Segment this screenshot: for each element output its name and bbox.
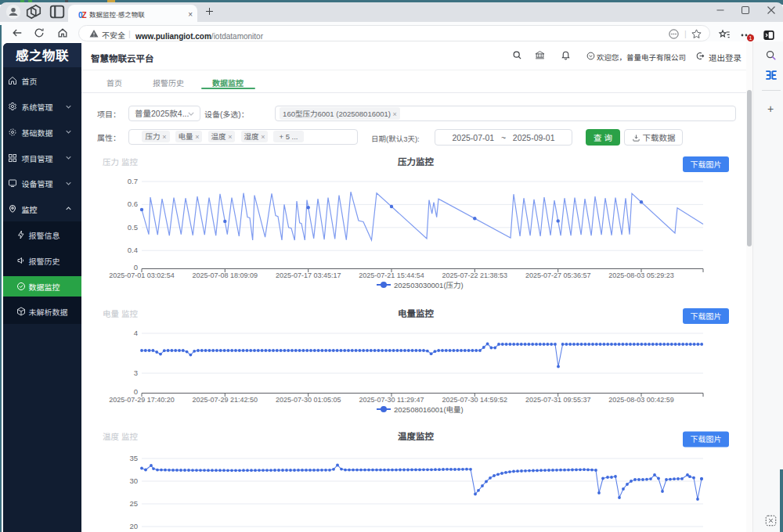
svg-text:下载图片: 下载图片	[691, 310, 722, 322]
svg-text:电量 监控: 电量 监控	[103, 307, 138, 319]
svg-text:2025-08-03 05:29:23: 2025-08-03 05:29:23	[608, 270, 674, 280]
svg-text:30: 30	[129, 475, 138, 486]
svg-text:温度 监控: 温度 监控	[103, 430, 138, 442]
svg-text:35: 35	[129, 452, 138, 463]
svg-text:20: 20	[129, 520, 138, 531]
svg-text:2025-08-03 00:42:59: 2025-08-03 00:42:59	[608, 394, 674, 404]
svg-text:温度监控: 温度监控	[398, 430, 434, 442]
svg-text:0.6: 0.6	[128, 198, 138, 209]
svg-text:3: 3	[134, 367, 138, 378]
svg-text:0.7: 0.7	[128, 175, 138, 186]
svg-text:2025-07-29 17:40:20: 2025-07-29 17:40:20	[109, 394, 175, 404]
svg-text:4: 4	[134, 327, 138, 338]
svg-text:2025-07-31 09:55:37: 2025-07-31 09:55:37	[525, 394, 591, 404]
svg-text:0.4: 0.4	[128, 244, 138, 255]
svg-text:2025-07-01 03:02:54: 2025-07-01 03:02:54	[109, 270, 175, 280]
svg-text:下载图片: 下载图片	[691, 433, 722, 444]
svg-text:压力 监控: 压力 监控	[103, 156, 138, 167]
svg-text:电量监控: 电量监控	[398, 307, 434, 319]
svg-text:2025-07-27 05:36:57: 2025-07-27 05:36:57	[525, 270, 591, 280]
svg-text:0.5: 0.5	[128, 221, 138, 232]
svg-text:2025-07-17 03:45:17: 2025-07-17 03:45:17	[276, 270, 341, 280]
svg-text:202508016001(电量): 202508016001(电量)	[394, 404, 464, 415]
svg-text:25: 25	[129, 498, 138, 509]
svg-text:202503030001(压力): 202503030001(压力)	[394, 279, 464, 290]
svg-text:2025-07-30 01:05:05: 2025-07-30 01:05:05	[276, 394, 341, 404]
svg-text:下载图片: 下载图片	[691, 158, 722, 170]
svg-text:2025-07-29 21:42:50: 2025-07-29 21:42:50	[193, 394, 258, 404]
svg-text:2025-07-08 18:09:09: 2025-07-08 18:09:09	[193, 270, 258, 280]
svg-text:压力监控: 压力监控	[398, 155, 434, 167]
